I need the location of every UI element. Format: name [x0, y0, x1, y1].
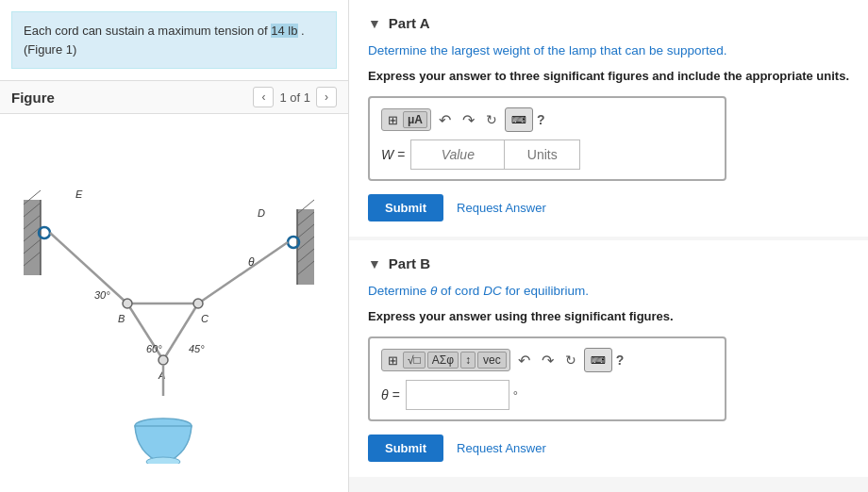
toolbar-a-undo-button[interactable]: ↶ [435, 107, 455, 132]
label-b: B [118, 313, 125, 324]
node-c [193, 299, 203, 308]
right-panel: ▼ Part A Determine the largest weight of… [349, 0, 868, 492]
toolbar-a-redo-button[interactable]: ↷ [459, 107, 478, 132]
figure-header: Figure ‹ 1 of 1 › [0, 80, 348, 114]
part-b-header: ▼ Part B [368, 255, 849, 271]
part-b-input-row: θ = ° [381, 380, 713, 410]
part-b-toggle[interactable]: ▼ [368, 256, 381, 271]
toolbar-a-group1: ⊞ μΑ [381, 108, 431, 131]
figure-diagram: E B C A D 30° 60° 45° θ [24, 143, 326, 464]
toolbar-a-keyboard-button[interactable]: ⌨ [505, 107, 533, 132]
figure-nav-controls: ‹ 1 of 1 › [253, 87, 337, 107]
toolbar-a-mu-icon[interactable]: μΑ [403, 111, 427, 128]
toolbar-b-refresh-button[interactable]: ↻ [561, 348, 580, 372]
info-box: Each cord can sustain a maximum tension … [11, 11, 337, 69]
toolbar-b-group1: ⊞ √□ ΑΣφ ↕ vec [381, 349, 510, 371]
toolbar-b-redo-button[interactable]: ↷ [538, 348, 558, 372]
toolbar-b-sigma-icon[interactable]: ΑΣφ [427, 352, 459, 369]
part-a-submit-row: Submit Request Answer [368, 194, 849, 221]
part-b-section: ▼ Part B Determine θ of cord DC for equi… [349, 240, 868, 477]
left-panel: Each cord can sustain a maximum tension … [0, 0, 349, 492]
angle-theta: θ [248, 255, 255, 269]
toolbar-a-refresh-button[interactable]: ↻ [482, 107, 501, 132]
toolbar-b-help-button[interactable]: ? [616, 353, 625, 368]
part-b-submit-row: Submit Request Answer [368, 435, 849, 462]
part-a-label: Part A [389, 15, 430, 31]
node-a [159, 355, 168, 365]
part-b-request-link[interactable]: Request Answer [457, 441, 546, 455]
toolbar-b-sqrt-icon[interactable]: √□ [403, 352, 426, 369]
toolbar-a-help-button[interactable]: ? [537, 112, 545, 127]
figure-page: 1 of 1 [279, 90, 310, 105]
node-b [123, 299, 132, 308]
cord-dc [198, 242, 288, 303]
label-e: E [75, 189, 83, 200]
angle-30: 30° [94, 289, 110, 301]
part-a-w-label: W = [381, 147, 405, 162]
part-a-section: ▼ Part A Determine the largest weight of… [349, 0, 868, 237]
part-b-question: Determine θ of cord DC for equilibrium. [368, 283, 849, 301]
part-a-units-input[interactable] [505, 139, 580, 170]
toolbar-b-vec-icon[interactable]: vec [477, 352, 507, 369]
lamp-bottom [146, 457, 180, 464]
tension-highlight: 14 lb [271, 24, 297, 38]
part-b-value-input[interactable] [406, 380, 509, 410]
degree-symbol: ° [513, 388, 518, 402]
part-a-question: Determine the largest weight of the lamp… [368, 42, 849, 60]
part-a-toolbar: ⊞ μΑ ↶ ↷ ↻ ⌨ ? [381, 107, 713, 132]
part-b-submit-button[interactable]: Submit [368, 435, 443, 462]
cord-eb [50, 233, 127, 303]
part-a-request-link[interactable]: Request Answer [457, 201, 546, 215]
label-c: C [201, 313, 209, 324]
figure-prev-button[interactable]: ‹ [253, 87, 274, 107]
angle-60: 60° [146, 343, 162, 354]
toolbar-b-keyboard-button[interactable]: ⌨ [584, 348, 612, 372]
part-b-instruction: Express your answer using three signific… [368, 308, 849, 325]
provide-feedback-section: Provide Feedback [349, 481, 868, 492]
part-a-answer-box: ⊞ μΑ ↶ ↷ ↻ ⌨ ? W = [368, 96, 726, 181]
angle-45: 45° [189, 343, 205, 354]
toolbar-a-matrix-icon[interactable]: ⊞ [385, 112, 401, 128]
part-b-answer-box: ⊞ √□ ΑΣφ ↕ vec ↶ ↷ ↻ ⌨ ? θ = ° [368, 336, 726, 421]
toolbar-b-arrow-icon[interactable]: ↕ [460, 352, 476, 369]
part-a-instruction: Express your answer to three significant… [368, 68, 849, 85]
info-text: Each cord can sustain a maximum tension … [24, 24, 305, 38]
label-d: D [258, 207, 265, 219]
figure-ref: (Figure 1) [24, 42, 76, 57]
part-a-input-row: W = [381, 139, 713, 170]
toolbar-b-matrix-icon[interactable]: ⊞ [385, 353, 401, 369]
part-a-value-input[interactable] [410, 139, 505, 170]
part-b-theta-label: θ = [381, 387, 400, 402]
part-a-header: ▼ Part A [368, 15, 849, 31]
toolbar-b-undo-button[interactable]: ↶ [514, 348, 534, 372]
figure-area: E B C A D 30° 60° 45° θ [0, 114, 348, 492]
part-a-toggle[interactable]: ▼ [368, 16, 381, 31]
figure-next-button[interactable]: › [316, 87, 337, 107]
part-b-toolbar: ⊞ √□ ΑΣφ ↕ vec ↶ ↷ ↻ ⌨ ? [381, 348, 713, 372]
figure-title: Figure [11, 90, 55, 106]
part-b-label: Part B [389, 255, 430, 271]
part-a-submit-button[interactable]: Submit [368, 194, 443, 221]
